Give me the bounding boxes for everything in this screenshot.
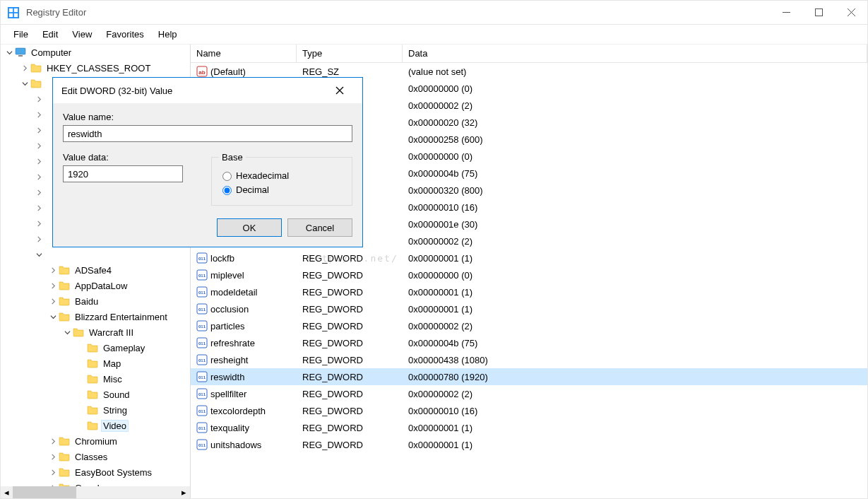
ok-button[interactable]: OK xyxy=(217,218,282,237)
chevron-right-icon[interactable] xyxy=(33,155,44,167)
chevron-right-icon[interactable] xyxy=(19,62,30,74)
chevron-down-icon[interactable] xyxy=(4,47,15,58)
chevron-right-icon[interactable] xyxy=(33,124,44,136)
value-row[interactable]: 011refreshrateREG_DWORD0x0000004b (75) xyxy=(191,334,867,351)
value-row[interactable]: 011spellfilterREG_DWORD0x00000002 (2) xyxy=(191,385,867,402)
scroll-left-arrow[interactable]: ◂ xyxy=(1,486,13,498)
cell-data: 0x00000010 (16) xyxy=(403,201,867,214)
value-row[interactable]: 011lockfbREG_DWORD0x00000001 (1) xyxy=(191,250,867,266)
tree-item[interactable]: Map xyxy=(1,356,190,371)
value-row[interactable]: 011texqualityREG_DWORD0x00000001 (1) xyxy=(191,419,867,436)
tree-item[interactable]: Gameplay xyxy=(1,340,190,356)
tree-item[interactable]: Google xyxy=(1,480,190,486)
scrollbar-thumb[interactable] xyxy=(13,486,76,498)
tree-item[interactable]: Classes xyxy=(1,449,190,464)
window: Registry Editor File Edit View Favorites… xyxy=(0,0,868,499)
tree-label xyxy=(44,145,49,146)
chevron-down-icon[interactable] xyxy=(61,327,73,338)
value-name-field[interactable] xyxy=(63,125,352,142)
value-row[interactable]: 011reswidthREG_DWORD0x00000780 (1920) xyxy=(191,368,867,385)
chevron-right-icon[interactable] xyxy=(47,295,59,307)
value-row[interactable]: 011miplevelREG_DWORD0x00000000 (0) xyxy=(191,266,867,283)
menu-favorites[interactable]: Favorites xyxy=(99,26,150,42)
cell-type: REG_DWORD xyxy=(297,370,403,384)
value-row[interactable]: 011unitshadowsREG_DWORD0x00000001 (1) xyxy=(191,436,867,453)
tree-item[interactable]: Video xyxy=(1,418,190,433)
column-name[interactable]: Name xyxy=(191,45,297,63)
value-name: occlusion xyxy=(210,304,249,315)
maximize-button[interactable] xyxy=(802,1,835,25)
tree-label xyxy=(44,98,49,100)
radio-hex-row[interactable]: Hexadecimal xyxy=(219,170,345,181)
tree-horiz-scrollbar[interactable]: ◂ ▸ xyxy=(1,486,190,498)
cancel-button[interactable]: Cancel xyxy=(287,218,352,237)
tree-item[interactable]: Blizzard Entertainment xyxy=(1,309,190,324)
tree-item[interactable]: ADSafe4 xyxy=(1,262,190,278)
minimize-button[interactable] xyxy=(770,1,802,25)
menu-view[interactable]: View xyxy=(65,26,99,42)
chevron-right-icon[interactable] xyxy=(33,218,44,229)
chevron-right-icon[interactable] xyxy=(33,233,44,245)
dialog-close-button[interactable] xyxy=(326,78,354,103)
cell-name: 011texquality xyxy=(191,421,297,435)
cell-data: 0x00000001 (1) xyxy=(403,438,867,452)
chevron-down-icon[interactable] xyxy=(33,249,44,260)
cell-type: REG_DWORD xyxy=(297,303,403,316)
value-row[interactable]: 011occlusionREG_DWORD0x00000001 (1) xyxy=(191,300,867,317)
tree-item[interactable]: Chromium xyxy=(1,433,190,449)
tree-item[interactable]: String xyxy=(1,402,190,418)
value-row[interactable]: 011particlesREG_DWORD0x00000002 (2) xyxy=(191,317,867,334)
tree-item[interactable]: EasyBoot Systems xyxy=(1,464,190,480)
chevron-right-icon[interactable] xyxy=(47,435,59,447)
dialog-body: Value name: Value data: Base Hexadecimal xyxy=(53,103,362,247)
menu-file[interactable]: File xyxy=(6,26,35,42)
chevron-right-icon[interactable] xyxy=(33,171,44,182)
scroll-right-arrow[interactable]: ▸ xyxy=(178,486,190,498)
radio-decimal[interactable] xyxy=(222,186,232,195)
column-data[interactable]: Data xyxy=(403,45,867,63)
chevron-right-icon[interactable] xyxy=(47,264,59,276)
chevron-right-icon[interactable] xyxy=(33,187,44,198)
radio-hexadecimal[interactable] xyxy=(222,172,232,181)
menu-edit[interactable]: Edit xyxy=(35,26,65,42)
chevron-right-icon[interactable] xyxy=(47,451,59,462)
tree-item[interactable]: Baidu xyxy=(1,293,190,309)
chevron-right-icon[interactable] xyxy=(33,93,44,105)
dialog-title-bar[interactable]: Edit DWORD (32-bit) Value xyxy=(53,78,362,103)
value-row[interactable]: 011texcolordepthREG_DWORD0x00000010 (16) xyxy=(191,402,867,419)
tree-label: Classes xyxy=(73,451,109,463)
chevron-down-icon[interactable] xyxy=(19,78,30,89)
tree-item[interactable]: AppDataLow xyxy=(1,278,190,293)
tree-root-computer[interactable]: Computer xyxy=(1,45,190,60)
tree-label xyxy=(44,192,49,193)
scrollbar-track[interactable] xyxy=(76,486,178,498)
value-data-field[interactable] xyxy=(63,165,183,182)
chevron-right-icon[interactable] xyxy=(33,202,44,213)
svg-text:011: 011 xyxy=(198,341,206,346)
svg-text:011: 011 xyxy=(198,375,206,380)
chevron-right-icon[interactable] xyxy=(33,109,44,120)
tree-label: String xyxy=(101,404,129,416)
menu-help[interactable]: Help xyxy=(151,26,184,42)
chevron-right-icon[interactable] xyxy=(47,280,59,291)
chevron-right-icon[interactable] xyxy=(33,140,44,151)
close-button[interactable] xyxy=(835,1,867,25)
tree-item[interactable]: Warcraft III xyxy=(1,324,190,340)
chevron-down-icon[interactable] xyxy=(47,311,59,322)
radio-hex-label[interactable]: Hexadecimal xyxy=(236,170,289,181)
column-type[interactable]: Type xyxy=(297,45,403,63)
tree-item[interactable]: Sound xyxy=(1,387,190,402)
value-name: refreshrate xyxy=(210,338,255,348)
tree-item[interactable]: HKEY_CLASSES_ROOT xyxy=(1,60,190,76)
radio-dec-row[interactable]: Decimal xyxy=(219,184,345,195)
cell-name: 011unitshadows xyxy=(191,438,297,452)
radio-dec-label[interactable]: Decimal xyxy=(236,184,269,195)
value-name: resheight xyxy=(210,355,248,365)
chevron-right-icon[interactable] xyxy=(47,466,59,478)
tree-item[interactable]: Misc xyxy=(1,371,190,387)
value-row[interactable]: 011modeldetailREG_DWORD0x00000001 (1) xyxy=(191,283,867,300)
tree-item[interactable] xyxy=(1,247,190,262)
value-name: (Default) xyxy=(210,66,246,77)
value-row[interactable]: 011resheightREG_DWORD0x00000438 (1080) xyxy=(191,351,867,368)
cell-type: REG_DWORD xyxy=(297,252,403,265)
